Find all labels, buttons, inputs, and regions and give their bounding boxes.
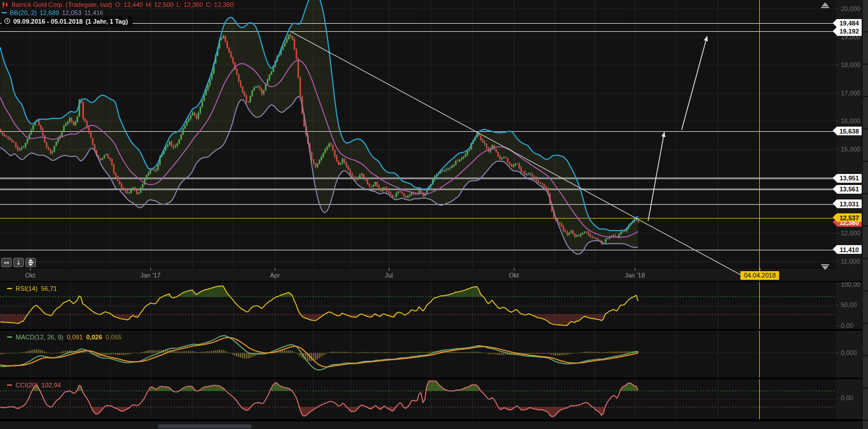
horizontal-scrollbar[interactable] <box>0 420 862 429</box>
price-tick-label: 12,000 <box>836 229 862 237</box>
macd-pane-canvas[interactable] <box>0 331 836 378</box>
scroll-down-axis-button[interactable] <box>819 264 831 270</box>
time-axis-label: Okt <box>25 272 35 279</box>
badge-arrow-tip <box>833 213 837 221</box>
date-range-text: 09.09.2016 - 05.01.2018 <box>13 17 83 25</box>
ohlc-low: L: 12,360 <box>176 1 203 9</box>
price-tick-label: 17,000 <box>836 89 862 97</box>
price-line-badge[interactable]: 12,537 <box>837 213 862 222</box>
indicator-axis-label: 50,00 <box>836 301 862 309</box>
badge-arrow-tip <box>833 19 837 27</box>
badge-arrow-tip <box>833 27 837 35</box>
pane-separator[interactable] <box>0 378 862 379</box>
scroll-up-button[interactable] <box>819 2 831 9</box>
time-axis-label: Apr <box>270 272 279 279</box>
rsi-label: RSI(14) <box>16 285 38 292</box>
ohlc-open: O: 12,440 <box>115 1 143 9</box>
candlestick-icon <box>2 1 9 8</box>
instrument-title-row[interactable]: Barrick Gold Corp. (Tradegate, last) O: … <box>2 1 234 9</box>
time-axis-label: Jul <box>385 272 393 279</box>
price-tick-label: 16,000 <box>836 117 862 125</box>
price-tick-label: 18,000 <box>836 61 862 69</box>
cci-pane-canvas[interactable] <box>0 379 836 419</box>
cci-dash-icon <box>7 384 12 386</box>
triangle-up-icon <box>822 2 829 6</box>
rsi-dash-icon <box>7 288 12 289</box>
date-range-period: (1 Jahr, 1 Tag) <box>86 17 128 25</box>
main-price-chart-canvas[interactable] <box>0 0 836 282</box>
bollinger-legend-row[interactable]: BB(20, 2) 12,689 12,053 11,416 <box>2 9 234 17</box>
indicator-axis-label: 0,000 <box>836 349 862 357</box>
badge-arrow-tip <box>833 185 837 193</box>
chart-legend: Barrick Gold Corp. (Tradegate, last) O: … <box>2 1 234 25</box>
price-line-badge[interactable]: 19,192 <box>837 27 862 36</box>
price-line-badge[interactable]: 15,638 <box>837 127 862 135</box>
date-range-badge[interactable]: 09.09.2016 - 05.01.2018 (1 Jahr, 1 Tag) <box>2 16 133 27</box>
scroll-down-button[interactable]: ↓ <box>13 258 24 267</box>
auto-fit-button[interactable] <box>25 258 36 267</box>
ohlc-high: H: 12,500 <box>146 1 174 9</box>
time-axis-label: Okt <box>509 272 518 279</box>
price-line-badge[interactable]: 13,561 <box>837 185 862 194</box>
badge-arrow-tip <box>833 245 837 253</box>
forecast-date-badge[interactable]: 04.04.2018 <box>740 271 779 280</box>
price-tick-label: 11,000 <box>836 257 862 265</box>
rsi-legend-row[interactable]: RSI(14) 56,71 <box>7 285 57 292</box>
scroll-horizontal-button[interactable]: ↔ <box>1 258 12 267</box>
price-line-badge[interactable]: 13,031 <box>837 199 862 208</box>
forecast-date-vertical-line[interactable] <box>759 0 760 420</box>
badge-arrow-tip <box>833 127 837 135</box>
pane-separator[interactable] <box>0 329 862 331</box>
price-axis[interactable]: 20,00019,00018,00017,00016,00015,00012,0… <box>836 0 862 420</box>
cci-value: 102,94 <box>42 382 61 389</box>
bollinger-dash-icon <box>2 12 7 13</box>
auto-fit-icon <box>28 259 34 266</box>
triangle-down-icon <box>822 266 829 270</box>
price-tick-label: 15,000 <box>836 145 862 153</box>
rsi-pane-canvas[interactable] <box>0 282 836 329</box>
macd-value-1: 0,091 <box>67 334 83 341</box>
macd-value-2: 0,026 <box>86 334 102 341</box>
badge-arrow-tip <box>833 174 837 182</box>
price-line-badge[interactable]: 11,410 <box>837 245 862 254</box>
time-axis-label: Jan '17 <box>140 272 160 279</box>
price-line-badge[interactable]: 19,484 <box>837 19 862 28</box>
macd-dash-icon <box>7 336 12 338</box>
pane-separator[interactable] <box>0 281 862 282</box>
instrument-name[interactable]: Barrick Gold Corp. (Tradegate, last) <box>12 1 112 9</box>
badge-arrow-tip <box>833 199 837 208</box>
clock-icon <box>4 18 10 24</box>
scrollbar-thumb[interactable] <box>158 424 252 428</box>
ohlc-close: C: 12,380 <box>206 1 234 9</box>
rsi-value: 56,71 <box>41 285 57 292</box>
price-line-badge[interactable]: 13,951 <box>837 174 862 183</box>
bar-icon <box>821 7 829 8</box>
bollinger-middle-value: 12,053 <box>62 9 82 17</box>
macd-legend-row[interactable]: MACD(12, 26, 9) 0,091 0,026 0,065 <box>7 334 122 341</box>
bollinger-label: BB(20, 2) <box>10 9 36 17</box>
trading-chart-window: Barrick Gold Corp. (Tradegate, last) O: … <box>0 0 868 429</box>
macd-value-3: 0,065 <box>106 334 122 341</box>
cci-label: CCI(20) <box>16 382 38 389</box>
bollinger-lower-value: 11,416 <box>84 9 104 17</box>
cci-legend-row[interactable]: CCI(20) 102,94 <box>7 382 61 389</box>
bollinger-upper-value: 12,689 <box>39 9 59 17</box>
bar-icon <box>821 264 829 265</box>
time-axis-label: Jan '18 <box>624 272 645 279</box>
right-resize-strip[interactable] <box>862 0 868 429</box>
indicator-axis-label: 0,00 <box>836 321 862 330</box>
chart-bottom-toolbar: ↔ ↓ <box>1 258 36 267</box>
macd-label: MACD(12, 26, 9) <box>16 334 64 341</box>
indicator-axis-label: 0,00 <box>836 394 862 402</box>
price-tick-label: 20,000 <box>836 5 862 13</box>
